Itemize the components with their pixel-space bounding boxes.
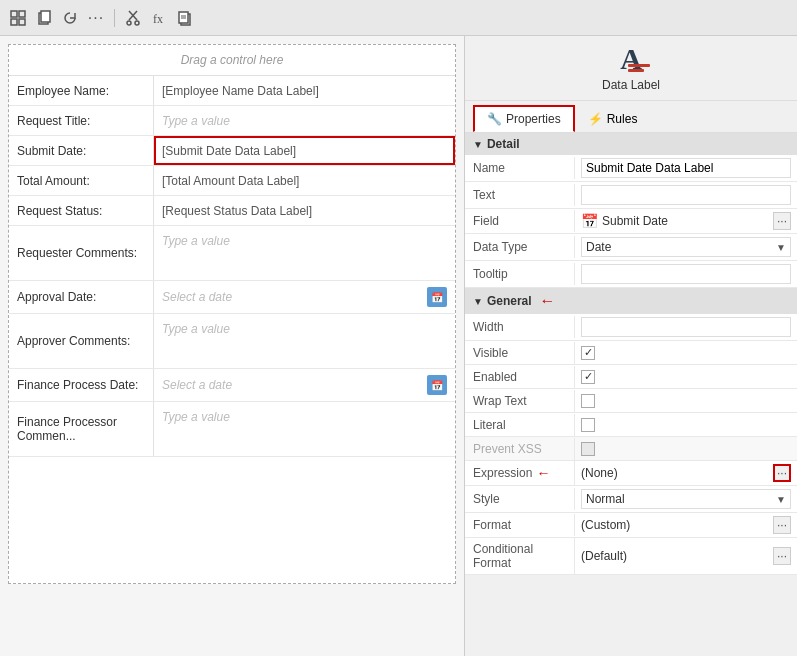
tab-properties-label: Properties [506,112,561,126]
style-value: Normal [586,492,625,506]
field-value-request-title[interactable]: Type a value [154,106,455,135]
field-label-request-title: Request Title: [9,106,154,135]
checkbox-literal[interactable] [581,418,595,432]
field-label-total-amount: Total Amount: [9,166,154,195]
prop-row-name: Name [465,155,797,182]
table-row: Approval Date: Select a date 📅 [9,281,455,314]
prop-select-style[interactable]: Normal ▼ [581,489,791,509]
prop-label-wraptext: Wrap Text [465,390,575,412]
field-label-submit-date: Submit Date: [9,136,154,165]
prop-value-width [575,314,797,340]
section-detail-toggle[interactable]: ▼ [473,139,483,150]
section-general-title: General [487,294,532,308]
svg-rect-1 [19,11,25,17]
table-row: Requester Comments: Type a value [9,226,455,281]
field-label-approver-comments: Approver Comments: [9,314,154,368]
svg-rect-0 [11,11,17,17]
prop-value-wraptext [575,391,797,411]
conditional-format-dots-button[interactable]: ··· [773,547,791,565]
checkbox-visible[interactable] [581,346,595,360]
checkbox-enabled[interactable] [581,370,595,384]
prop-input-width[interactable] [581,317,791,337]
svg-point-9 [135,21,139,25]
field-picker[interactable]: 📅 Submit Date [581,213,769,229]
paste-icon[interactable] [175,8,195,28]
refresh-icon[interactable] [60,8,80,28]
prop-label-tooltip: Tooltip [465,263,575,285]
expression-dots-button[interactable]: ··· [773,464,791,482]
table-row: Submit Date: [Submit Date Data Label] [9,136,455,166]
prop-input-tooltip[interactable] [581,264,791,284]
prop-label-visible: Visible [465,342,575,364]
checkbox-wraptext[interactable] [581,394,595,408]
copy-icon[interactable] [34,8,54,28]
prop-row-text: Text [465,182,797,209]
cut-icon[interactable] [123,8,143,28]
section-detail-header[interactable]: ▼ Detail [465,133,797,155]
form-canvas: Drag a control here Employee Name: [Empl… [0,36,465,656]
prop-label-enabled: Enabled [465,366,575,388]
table-row: Finance Process Date: Select a date 📅 [9,369,455,402]
svg-rect-3 [19,19,25,25]
prop-row-expression: Expression ← (None) ··· [465,461,797,486]
field-value-approver-comments[interactable]: Type a value [154,314,455,368]
field-label-approval-date: Approval Date: [9,281,154,313]
prop-value-preventxss [575,439,797,459]
prop-row-datatype: Data Type Date ▼ [465,234,797,261]
expression-arrow-indicator: ← [536,465,550,481]
field-label-employee-name: Employee Name: [9,76,154,105]
field-value-submit-date[interactable]: [Submit Date Data Label] [154,136,455,165]
svg-rect-5 [41,11,50,22]
prop-value-name [575,155,797,181]
prop-row-preventxss: Prevent XSS [465,437,797,461]
prop-row-style: Style Normal ▼ [465,486,797,513]
tabs-row: 🔧 Properties ⚡ Rules [465,101,797,133]
field-label-finance-date: Finance Process Date: [9,369,154,401]
prop-label-format: Format [465,514,575,536]
prop-input-text[interactable] [581,185,791,205]
calendar-icon-approval[interactable]: 📅 [427,287,447,307]
style-chevron-icon: ▼ [776,494,786,505]
tab-rules[interactable]: ⚡ Rules [575,105,651,132]
panel-header-title: Data Label [602,78,660,92]
tab-properties[interactable]: 🔧 Properties [473,105,575,132]
prop-input-name[interactable] [581,158,791,178]
ellipsis-icon[interactable]: ··· [86,8,106,28]
separator [114,9,115,27]
section-detail-title: Detail [487,137,520,151]
field-value-approval-date[interactable]: Select a date 📅 [154,281,455,313]
section-general-header[interactable]: ▼ General ← [465,288,797,314]
prop-name-expression-text: Expression [473,466,532,480]
prop-label-conditional-format: Conditional Format [465,538,575,574]
format-dots-button[interactable]: ··· [773,516,791,534]
drop-zone[interactable]: Drag a control here Employee Name: [Empl… [8,44,456,584]
conditional-format-dots-container: ··· [773,547,791,565]
table-row: Request Status: [Request Status Data Lab… [9,196,455,226]
prop-value-enabled [575,367,797,387]
field-value-total-amount: [Total Amount Data Label] [154,166,455,195]
prop-select-datatype[interactable]: Date ▼ [581,237,791,257]
prop-label-literal: Literal [465,414,575,436]
grid-icon[interactable] [8,8,28,28]
calendar-icon-field: 📅 [581,213,598,229]
field-label-finance-processor: Finance Processor Commen... [9,402,154,456]
field-label-requester-comments: Requester Comments: [9,226,154,280]
props-content: ▼ Detail Name Text Field [465,133,797,656]
prop-label-width: Width [465,316,575,338]
prop-value-style: Normal ▼ [575,486,797,512]
formula-icon[interactable]: fx [149,8,169,28]
calendar-icon-finance[interactable]: 📅 [427,375,447,395]
field-dots-button[interactable]: ··· [773,212,791,230]
prop-row-format: Format (Custom) ··· [465,513,797,538]
properties-panel: A Data Label 🔧 Properties ⚡ Rules [465,36,797,656]
prop-value-tooltip [575,261,797,287]
prop-row-field: Field 📅 Submit Date ··· [465,209,797,234]
field-value-finance-processor[interactable]: Type a value [154,402,455,456]
section-general-toggle[interactable]: ▼ [473,296,483,307]
panel-header: A Data Label [465,36,797,101]
prop-label-field: Field [465,210,575,232]
field-value-requester-comments[interactable]: Type a value [154,226,455,280]
table-row: Finance Processor Commen... Type a value [9,402,455,457]
field-value-finance-date[interactable]: Select a date 📅 [154,369,455,401]
prop-row-tooltip: Tooltip [465,261,797,288]
